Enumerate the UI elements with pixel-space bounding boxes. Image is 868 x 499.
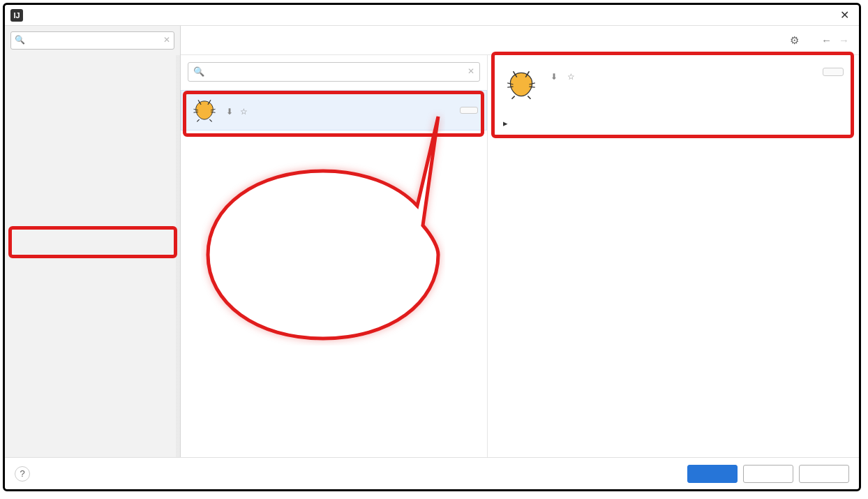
settings-window: IJ ✕ 🔍 ✕ xyxy=(3,3,861,491)
content-area: 🔍 ✕ ⚙ xyxy=(5,26,859,457)
tomcat-icon xyxy=(190,98,219,123)
plugin-search-input[interactable] xyxy=(188,62,480,82)
star-icon: ☆ xyxy=(240,107,248,117)
tabs: ⚙ ← → xyxy=(736,26,849,54)
sidebar-search-input[interactable] xyxy=(10,31,174,50)
star-icon: ☆ xyxy=(567,72,575,82)
results-pane: 🔍 ✕ xyxy=(181,55,488,457)
scrollbar[interactable] xyxy=(176,55,180,457)
settings-tree[interactable] xyxy=(5,55,180,457)
main-panel: ⚙ ← → 🔍 ✕ xyxy=(181,26,859,457)
ok-button[interactable] xyxy=(687,465,738,483)
plugin-info: ⬇ ☆ xyxy=(226,105,453,117)
sidebar: 🔍 ✕ xyxy=(5,26,181,457)
download-icon: ⬇ xyxy=(226,107,233,117)
close-icon[interactable]: ✕ xyxy=(836,7,853,23)
results-header xyxy=(181,84,487,90)
install-button[interactable] xyxy=(460,107,478,114)
main-body: 🔍 ✕ xyxy=(181,55,859,457)
gear-icon[interactable]: ⚙ xyxy=(790,34,799,47)
download-icon: ⬇ xyxy=(551,72,558,82)
clear-icon[interactable]: ✕ xyxy=(467,66,474,76)
footer: ? xyxy=(5,457,859,489)
sidebar-search: 🔍 ✕ xyxy=(10,31,174,50)
install-button[interactable] xyxy=(823,68,844,76)
search-icon: 🔍 xyxy=(193,66,204,77)
tab-installed[interactable] xyxy=(753,26,777,54)
detail-header: ⬇ ☆ xyxy=(503,68,844,101)
detail-meta-1: ⬇ ☆ xyxy=(551,72,811,82)
detail-pane: ⬇ ☆ xyxy=(488,55,859,457)
nav-arrows: ← → xyxy=(821,34,849,46)
titlebar: IJ ✕ xyxy=(5,5,859,26)
detail-title-block: ⬇ ☆ xyxy=(551,68,811,90)
main-header: ⚙ ← → xyxy=(181,26,859,55)
chevron-right-icon: ▸ xyxy=(503,118,508,128)
plugin-result-item[interactable]: ⬇ ☆ xyxy=(181,90,487,131)
tab-marketplace[interactable] xyxy=(736,26,750,54)
search-icon: 🔍 xyxy=(15,35,25,45)
clear-icon[interactable]: ✕ xyxy=(163,35,170,45)
help-icon[interactable]: ? xyxy=(15,466,30,482)
change-notes-toggle[interactable]: ▸ xyxy=(503,118,844,128)
app-icon: IJ xyxy=(10,9,23,22)
tomcat-icon xyxy=(503,68,539,101)
plugin-meta: ⬇ ☆ xyxy=(226,107,453,117)
back-icon[interactable]: ← xyxy=(821,34,832,46)
forward-icon[interactable]: → xyxy=(839,34,849,46)
cancel-button[interactable] xyxy=(743,465,793,483)
plugin-search: 🔍 ✕ xyxy=(188,62,480,82)
apply-button[interactable] xyxy=(799,465,849,483)
